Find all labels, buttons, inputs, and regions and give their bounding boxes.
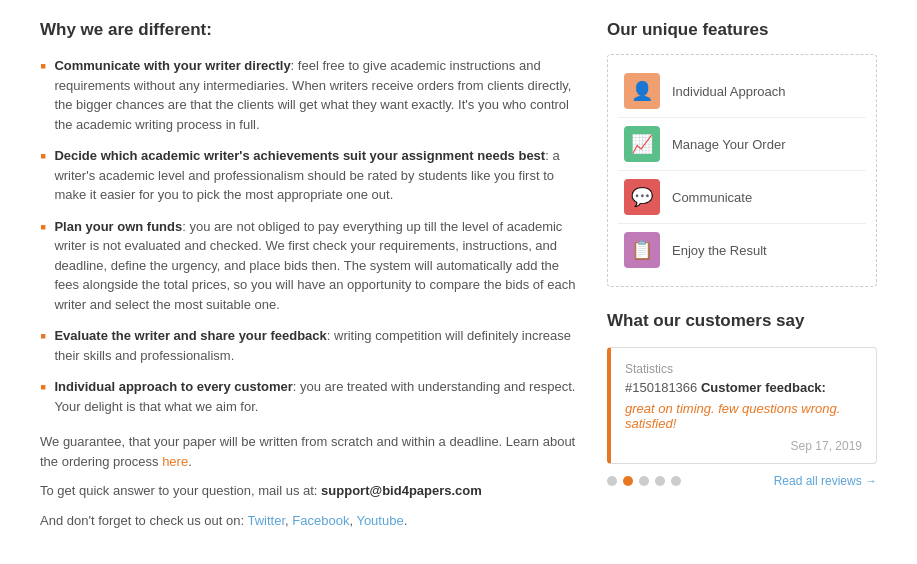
guarantee-text: We guarantee, that your paper will be wr… [40, 434, 575, 469]
bullet-item: ▪Evaluate the writer and share your feed… [40, 326, 577, 365]
youtube-link[interactable]: Youtube [356, 513, 403, 528]
review-dot[interactable] [623, 476, 633, 486]
review-dot[interactable] [671, 476, 681, 486]
unique-features-title: Our unique features [607, 20, 877, 40]
review-navigation: Read all reviews → [607, 474, 877, 488]
bullet-text: Decide which academic writer's achieveme… [54, 146, 577, 205]
contact-email: support@bid4papers.com [321, 483, 482, 498]
bullet-item: ▪Communicate with your writer directly: … [40, 56, 577, 134]
twitter-link[interactable]: Twitter [248, 513, 286, 528]
bullet-text: Individual approach to every customer: y… [54, 377, 577, 416]
contact-paragraph: To get quick answer to your question, ma… [40, 481, 577, 501]
bullet-item: ▪Individual approach to every customer: … [40, 377, 577, 416]
feature-icon: 📈 [624, 126, 660, 162]
review-date: Sep 17, 2019 [625, 439, 862, 453]
bullet-text: Communicate with your writer directly: f… [54, 56, 577, 134]
review-dot[interactable] [639, 476, 649, 486]
feature-label: Individual Approach [672, 84, 785, 99]
reviews-section: What our customers say Statistics #15018… [607, 311, 877, 488]
review-dot[interactable] [655, 476, 665, 486]
social-prefix: And don't forget to check us out on: [40, 513, 248, 528]
bullet-item: ▪Decide which academic writer's achievem… [40, 146, 577, 205]
feature-label: Enjoy the Result [672, 243, 767, 258]
here-link[interactable]: here [162, 454, 188, 469]
social-paragraph: And don't forget to check us out on: Twi… [40, 511, 577, 531]
facebook-link[interactable]: Facebook [292, 513, 349, 528]
feature-item[interactable]: 📈Manage Your Order [618, 118, 866, 171]
bullet-marker: ▪ [40, 326, 46, 365]
review-label: Statistics [625, 362, 862, 376]
feature-item[interactable]: 👤Individual Approach [618, 65, 866, 118]
read-all-link[interactable]: Read all reviews → [774, 474, 877, 488]
feature-item[interactable]: 📋Enjoy the Result [618, 224, 866, 276]
feature-icon: 📋 [624, 232, 660, 268]
review-dot[interactable] [607, 476, 617, 486]
features-list: ▪Communicate with your writer directly: … [40, 56, 577, 416]
features-box: 👤Individual Approach📈Manage Your Order💬C… [607, 54, 877, 287]
bullet-marker: ▪ [40, 217, 46, 315]
reviews-title: What our customers say [607, 311, 877, 331]
bullet-marker: ▪ [40, 377, 46, 416]
dots-container [607, 476, 681, 486]
feature-icon: 💬 [624, 179, 660, 215]
contact-prefix: To get quick answer to your question, ma… [40, 483, 321, 498]
feature-item[interactable]: 💬Communicate [618, 171, 866, 224]
feedback-label: Customer feedback: [701, 380, 826, 395]
review-id: #150181366 Customer feedback: [625, 380, 862, 395]
bullet-item: ▪Plan your own funds: you are not oblige… [40, 217, 577, 315]
feature-label: Communicate [672, 190, 752, 205]
bullet-marker: ▪ [40, 146, 46, 205]
review-quote: great on timing. few questions wrong. sa… [625, 401, 862, 431]
review-card: Statistics #150181366 Customer feedback:… [607, 347, 877, 464]
bullet-text: Evaluate the writer and share your feedb… [54, 326, 577, 365]
bullet-marker: ▪ [40, 56, 46, 134]
feature-label: Manage Your Order [672, 137, 785, 152]
bullet-text: Plan your own funds: you are not obliged… [54, 217, 577, 315]
guarantee-paragraph: We guarantee, that your paper will be wr… [40, 432, 577, 471]
unique-features-section: Our unique features 👤Individual Approach… [607, 20, 877, 287]
feature-icon: 👤 [624, 73, 660, 109]
page-title: Why we are different: [40, 20, 577, 40]
